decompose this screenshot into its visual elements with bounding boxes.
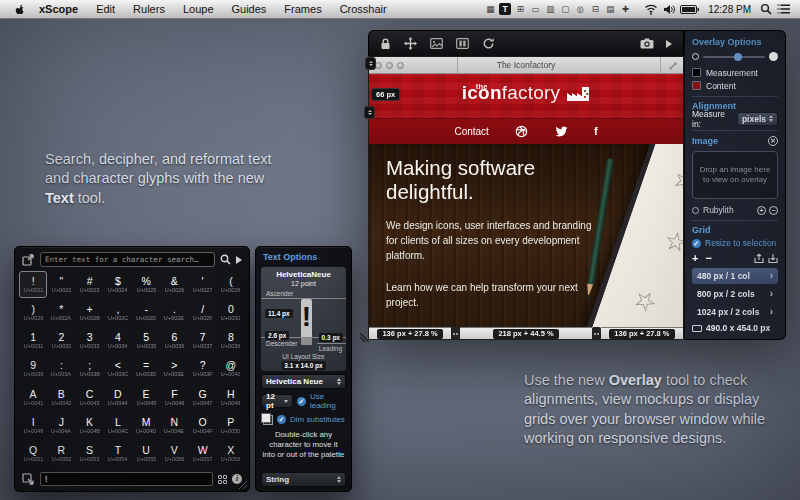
char-cell-U+002B[interactable]: +U+002B <box>76 299 104 326</box>
zoom-window-icon[interactable] <box>397 62 404 69</box>
rubylith-radio[interactable] <box>692 207 699 214</box>
char-cell-U+004C[interactable]: LU+004C <box>104 412 132 439</box>
char-cell-U+003F[interactable]: ?U+003F <box>189 355 217 382</box>
measurement-color-checkbox[interactable] <box>692 68 701 77</box>
volume-icon[interactable] <box>663 4 675 15</box>
char-cell-U+004A[interactable]: JU+004A <box>47 412 75 439</box>
opacity-track[interactable] <box>703 56 765 58</box>
tool-text-icon[interactable]: T <box>499 3 511 15</box>
char-cell-U+004B[interactable]: KU+004B <box>76 412 104 439</box>
export-presets-icon[interactable] <box>754 253 764 264</box>
tool-overlay-icon[interactable]: ✚ <box>619 3 631 15</box>
resize-grip-icon[interactable] <box>239 481 247 489</box>
grid-preset-480[interactable]: 480 px / 1 col› <box>692 268 778 284</box>
measure-handle[interactable] <box>592 327 601 340</box>
char-cell-U+0022[interactable]: "U+0022 <box>47 271 75 298</box>
dribbble-icon[interactable] <box>515 125 528 138</box>
char-cell-U+0058[interactable]: XU+0058 <box>217 440 245 467</box>
nav-contact-link[interactable]: Contact <box>454 126 488 137</box>
tool-frames-icon[interactable]: ▭ <box>529 3 541 15</box>
opacity-min-icon[interactable] <box>692 53 699 60</box>
play-search-icon[interactable] <box>236 256 242 264</box>
import-icon[interactable] <box>22 473 35 485</box>
measure-handle[interactable] <box>451 327 460 340</box>
apple-menu-icon[interactable] <box>12 3 26 16</box>
char-cell-U+002C[interactable]: ,U+002C <box>104 299 132 326</box>
grid-view-icon[interactable] <box>218 475 227 484</box>
units-select[interactable]: pixels <box>737 112 778 126</box>
battery-icon[interactable] <box>680 5 699 14</box>
measure-segment[interactable]: 136 px + 27.8 % <box>601 327 683 340</box>
char-cell-U+0039[interactable]: 9U+0039 <box>19 355 47 382</box>
tool-crosshair-icon[interactable]: ▤ <box>604 3 616 15</box>
rubylith-plus-icon[interactable]: + <box>757 206 766 215</box>
char-cell-U+002A[interactable]: *U+002A <box>47 299 75 326</box>
facebook-icon[interactable]: f <box>594 126 598 137</box>
char-cell-U+0040[interactable]: @U+0040 <box>217 355 245 382</box>
char-cell-U+0049[interactable]: IU+0049 <box>19 412 47 439</box>
char-cell-U+003A[interactable]: :U+003A <box>47 355 75 382</box>
char-cell-U+0035[interactable]: 5U+0035 <box>132 327 160 354</box>
char-cell-U+003D[interactable]: =U+003D <box>132 355 160 382</box>
menu-guides[interactable]: Guides <box>223 0 276 19</box>
char-cell-U+0032[interactable]: 2U+0032 <box>47 327 75 354</box>
char-cell-U+0021[interactable]: !U+0021 <box>19 271 47 298</box>
char-cell-U+004E[interactable]: NU+004E <box>160 412 188 439</box>
char-cell-U+0053[interactable]: SU+0053 <box>76 440 104 467</box>
menu-xscope[interactable]: xScope <box>30 0 87 19</box>
search-icon[interactable] <box>220 254 231 265</box>
wifi-icon[interactable] <box>644 3 658 15</box>
image-dropzone[interactable]: Drop an image here to view on overlay <box>692 151 778 199</box>
import-presets-icon[interactable] <box>768 253 778 264</box>
char-cell-U+0052[interactable]: RU+0052 <box>47 440 75 467</box>
char-cell-U+0036[interactable]: 6U+0036 <box>160 327 188 354</box>
char-cell-U+0041[interactable]: AU+0041 <box>19 384 47 411</box>
resize-to-selection-checkbox[interactable]: ✓ <box>692 239 701 248</box>
char-cell-U+0046[interactable]: FU+0046 <box>160 384 188 411</box>
tool-screens-icon[interactable]: ▢ <box>559 3 571 15</box>
tool-ruler-icon[interactable]: ▦ <box>484 3 496 15</box>
char-cell-U+003B[interactable]: ;U+003B <box>76 355 104 382</box>
character-search-input[interactable] <box>40 252 215 267</box>
menu-loupe[interactable]: Loupe <box>174 0 223 19</box>
browser-title-bar[interactable]: The Iconfactory <box>369 57 683 74</box>
measure-stepper-bottom[interactable] <box>364 106 375 119</box>
notification-center-icon[interactable] <box>777 4 790 14</box>
char-cell-U+003C[interactable]: <U+003C <box>104 355 132 382</box>
lock-icon[interactable] <box>380 38 391 50</box>
menu-edit[interactable]: Edit <box>87 0 124 19</box>
image-overlay-icon[interactable] <box>430 38 443 49</box>
measure-stepper-top[interactable] <box>365 57 376 70</box>
char-cell-U+0057[interactable]: WU+0057 <box>189 440 217 467</box>
char-cell-U+0038[interactable]: 8U+0038 <box>217 327 245 354</box>
char-cell-U+0029[interactable]: )U+0029 <box>19 299 47 326</box>
char-cell-U+0045[interactable]: EU+0045 <box>132 384 160 411</box>
char-cell-U+0026[interactable]: &U+0026 <box>160 271 188 298</box>
iconfactory-logo[interactable]: theiconfactory <box>369 82 683 104</box>
char-cell-U+002F[interactable]: /U+002F <box>189 299 217 326</box>
char-cell-U+0037[interactable]: 7U+0037 <box>189 327 217 354</box>
char-cell-U+0033[interactable]: 3U+0033 <box>76 327 104 354</box>
char-cell-U+003E[interactable]: >U+003E <box>160 355 188 382</box>
tool-loupe-icon[interactable]: ◎ <box>574 3 586 15</box>
char-cell-U+0034[interactable]: 4U+0034 <box>104 327 132 354</box>
clear-image-icon[interactable]: ✕ <box>768 136 778 146</box>
opacity-knob[interactable] <box>734 53 742 61</box>
char-cell-U+0027[interactable]: 'U+0027 <box>189 271 217 298</box>
menu-rulers[interactable]: Rulers <box>124 0 174 19</box>
minimize-window-icon[interactable] <box>386 62 393 69</box>
content-color-checkbox[interactable] <box>692 81 701 90</box>
char-cell-U+0043[interactable]: CU+0043 <box>76 384 104 411</box>
menu-crosshair[interactable]: Crosshair <box>331 0 396 19</box>
close-window-icon[interactable] <box>375 62 382 69</box>
font-size-select[interactable]: 12 pt <box>261 394 293 408</box>
tool-dimensions-icon[interactable]: ⊞ <box>514 3 526 15</box>
dim-substitutes-checkbox[interactable]: ✓ <box>277 415 286 424</box>
grid-preset-800[interactable]: 800 px / 2 cols› <box>692 286 778 302</box>
play-icon[interactable] <box>666 40 672 48</box>
mode-select[interactable]: String <box>261 472 346 487</box>
char-cell-U+0025[interactable]: %U+0025 <box>132 271 160 298</box>
overlay-resize-grip-icon[interactable] <box>360 333 369 342</box>
tool-guides-icon[interactable]: ⊟ <box>589 3 601 15</box>
menubar-clock[interactable]: 12:28 PM <box>704 4 755 15</box>
